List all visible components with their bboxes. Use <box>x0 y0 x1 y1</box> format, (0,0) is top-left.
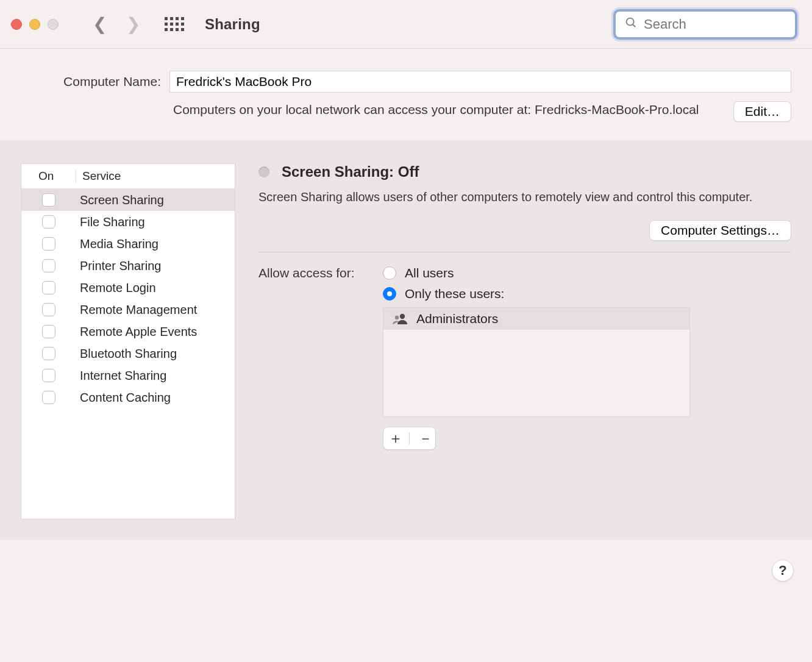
service-label: Printer Sharing <box>76 259 235 273</box>
service-label: Bluetooth Sharing <box>76 347 235 361</box>
close-window-button[interactable] <box>11 19 22 30</box>
help-button[interactable]: ? <box>772 560 794 582</box>
sharing-preferences-window: ❮ ❯ Sharing Computer Name: Computers on … <box>0 0 812 601</box>
minimize-window-button[interactable] <box>29 19 40 30</box>
nav-arrows: ❮ ❯ <box>93 16 140 33</box>
radio-only-these-users[interactable] <box>383 287 396 301</box>
service-checkbox[interactable] <box>42 281 55 294</box>
service-checkbox[interactable] <box>42 237 55 251</box>
service-checkbox[interactable] <box>42 325 55 338</box>
window-title: Sharing <box>205 16 260 33</box>
back-button[interactable]: ❮ <box>93 16 107 33</box>
service-row[interactable]: Media Sharing <box>21 233 235 255</box>
computer-name-subline: Computers on your local network can acce… <box>173 101 725 118</box>
service-row[interactable]: Bluetooth Sharing <box>21 343 235 365</box>
remove-user-button[interactable]: － <box>418 429 430 448</box>
services-header: On Service <box>21 164 235 189</box>
radio-all-users-label: All users <box>405 266 454 280</box>
service-label: Media Sharing <box>76 237 235 251</box>
service-label: Screen Sharing <box>76 193 235 207</box>
service-checkbox[interactable] <box>42 303 55 316</box>
show-all-prefs-icon[interactable] <box>165 17 184 31</box>
forward-button[interactable]: ❯ <box>126 16 140 33</box>
window-controls <box>11 19 59 30</box>
search-icon <box>624 16 638 32</box>
service-label: Remote Login <box>76 281 235 295</box>
service-label: Remote Apple Events <box>76 325 235 339</box>
column-on: On <box>21 169 76 183</box>
service-label: Remote Management <box>76 303 235 317</box>
service-status-description: Screen Sharing allows users of other com… <box>258 189 791 205</box>
service-checkbox[interactable] <box>42 391 55 404</box>
computer-settings-button[interactable]: Computer Settings… <box>649 220 791 241</box>
user-list-item[interactable]: Administrators <box>383 308 689 330</box>
computer-name-region: Computer Name: Computers on your local n… <box>0 49 812 140</box>
service-row[interactable]: Printer Sharing <box>21 255 235 277</box>
computer-name-label: Computer Name: <box>21 74 161 89</box>
svg-point-2 <box>400 314 405 319</box>
group-icon <box>392 313 408 325</box>
access-radio-group: All users Only these users: <box>383 266 791 450</box>
add-user-button[interactable]: ＋ <box>388 429 401 448</box>
service-label: Internet Sharing <box>76 369 235 383</box>
service-row[interactable]: Screen Sharing <box>21 189 235 211</box>
service-row[interactable]: Remote Login <box>21 277 235 299</box>
edit-hostname-button[interactable]: Edit… <box>733 101 791 122</box>
svg-point-0 <box>627 18 634 26</box>
service-row[interactable]: Remote Management <box>21 299 235 321</box>
titlebar: ❮ ❯ Sharing <box>0 0 812 49</box>
service-checkbox[interactable] <box>42 347 55 360</box>
search-input[interactable] <box>644 16 811 32</box>
allowed-users-list[interactable]: Administrators <box>383 307 690 417</box>
service-checkbox[interactable] <box>42 259 55 272</box>
services-sidebar: On Service Screen SharingFile SharingMed… <box>21 163 235 519</box>
column-service: Service <box>76 169 121 183</box>
footer: ? <box>0 540 812 601</box>
zoom-window-button[interactable] <box>48 19 59 30</box>
separator <box>409 432 410 444</box>
divider <box>258 252 791 252</box>
status-indicator-icon <box>258 166 269 177</box>
allow-access-label: Allow access for: <box>258 266 374 280</box>
service-row[interactable]: File Sharing <box>21 211 235 233</box>
service-row[interactable]: Content Caching <box>21 386 235 408</box>
computer-name-input[interactable] <box>169 71 791 93</box>
service-row[interactable]: Remote Apple Events <box>21 321 235 343</box>
service-checkbox[interactable] <box>42 215 55 229</box>
service-label: File Sharing <box>76 215 235 229</box>
svg-line-1 <box>633 24 635 27</box>
main-content: On Service Screen SharingFile SharingMed… <box>0 140 812 540</box>
service-label: Content Caching <box>76 391 235 405</box>
service-status-title: Screen Sharing: Off <box>282 163 419 180</box>
service-checkbox[interactable] <box>42 193 55 207</box>
svg-point-3 <box>395 316 399 319</box>
search-field[interactable] <box>613 9 797 40</box>
user-list-item-label: Administrators <box>416 311 498 326</box>
service-detail: Screen Sharing: Off Screen Sharing allow… <box>258 140 791 519</box>
radio-all-users[interactable] <box>383 266 396 280</box>
add-remove-users: ＋ － <box>383 427 436 450</box>
radio-only-these-users-label: Only these users: <box>405 287 504 301</box>
service-checkbox[interactable] <box>42 369 55 382</box>
service-row[interactable]: Internet Sharing <box>21 365 235 386</box>
